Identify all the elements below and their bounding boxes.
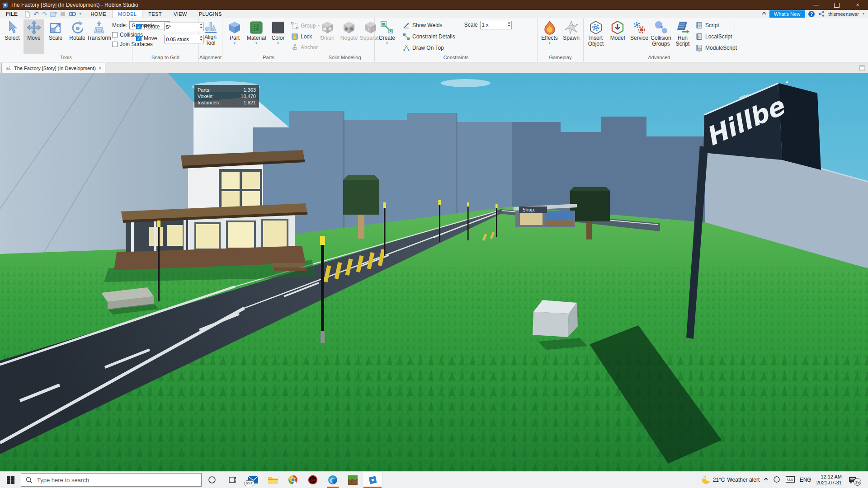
tab-home[interactable]: HOME <box>85 10 112 18</box>
color-button[interactable]: Color ▾ <box>268 19 288 54</box>
move-tool-button[interactable]: Move <box>24 19 44 54</box>
ribbon-section-gameplay: Effects ▾ Spawn Gameplay <box>538 18 584 62</box>
clock-time: 12:12 AM <box>821 474 842 480</box>
create-caret-icon[interactable]: ▾ <box>386 42 388 45</box>
tab-test[interactable]: TEST <box>142 10 168 18</box>
touch-keyboard-icon[interactable] <box>786 476 795 484</box>
module-script-button[interactable]: ModuleScript <box>696 43 737 52</box>
tab-view[interactable]: VIEW <box>168 10 193 18</box>
script-button[interactable]: Script <box>696 21 737 30</box>
document-tab[interactable]: The Factory [Story] (In Development) × <box>1 63 105 73</box>
effects-button[interactable]: Effects ▾ <box>539 19 560 54</box>
notification-count-badge: 19 <box>854 478 861 486</box>
red-circle-app-icon <box>308 475 318 485</box>
start-button[interactable] <box>0 472 21 488</box>
part-button[interactable]: Part ▾ <box>224 19 245 54</box>
section-label-snap: Snap to Grid <box>132 54 198 62</box>
clock-date: 2021-07-31 <box>816 480 842 486</box>
collisions-checkbox[interactable] <box>112 32 118 38</box>
snap-move-row[interactable]: ✓Move <box>136 34 160 42</box>
union-button[interactable]: Union <box>317 19 338 54</box>
taskbar-search[interactable] <box>21 473 202 487</box>
new-file-icon[interactable] <box>24 11 30 18</box>
close-button[interactable]: × <box>847 0 868 10</box>
share-icon[interactable] <box>818 11 825 18</box>
quickbar-more-icon[interactable]: ▾ <box>79 12 81 16</box>
tab-model[interactable]: MODEL <box>112 10 142 18</box>
show-welds-button[interactable]: Show Welds <box>403 21 455 30</box>
username[interactable]: thismeenswar <box>828 11 859 17</box>
spinner-arrows-icon[interactable] <box>200 23 203 28</box>
cortana-button[interactable] <box>202 472 222 488</box>
viewport[interactable]: Shop. Hillbe Parts <box>0 73 868 471</box>
negate-button[interactable]: Negate <box>339 19 359 54</box>
place-icon <box>5 66 11 71</box>
ribbon: Select Move Scale Rotate Transform <box>0 18 868 62</box>
taskbar-app-roblox-studio[interactable] <box>363 472 382 488</box>
language-indicator[interactable]: ENG <box>800 477 811 483</box>
select-tool-button[interactable]: Select <box>2 19 23 54</box>
collapse-ribbon-icon[interactable]: ^ <box>762 11 766 17</box>
user-menu-caret-icon[interactable]: ▾ <box>863 12 864 16</box>
3d-scene[interactable]: Shop. Hillbe <box>0 73 868 471</box>
clock[interactable]: 12:12 AM 2021-07-31 <box>816 474 842 486</box>
taskbar-app-edge[interactable] <box>323 472 343 488</box>
ribbon-section-tools: Select Move Scale Rotate Transform <box>0 18 132 62</box>
maximize-button[interactable] <box>826 0 847 10</box>
material-caret-icon[interactable]: ▾ <box>255 42 257 45</box>
run-script-button[interactable]: Run Script <box>672 19 693 54</box>
service-button[interactable]: Service <box>629 19 650 54</box>
weather-widget[interactable]: 21°C Weather alert <box>700 475 760 485</box>
snap-move-input[interactable]: 0.05 studs <box>164 35 204 43</box>
taskbar-app-chrome[interactable] <box>283 472 303 488</box>
rotate-tool-button[interactable]: Rotate <box>67 19 88 54</box>
meet-now-icon[interactable] <box>773 476 781 484</box>
negate-icon <box>342 20 356 35</box>
snap-rotate-row[interactable]: ✓Rotate <box>136 23 160 31</box>
undo-icon[interactable]: ↶ <box>33 10 39 18</box>
taskbar-app-red[interactable] <box>303 472 323 488</box>
snap-move-checkbox[interactable]: ✓ <box>136 36 142 41</box>
taskbar-app-minecraft[interactable] <box>343 472 363 488</box>
redo-icon[interactable]: ↷ <box>42 10 47 18</box>
publish-icon[interactable] <box>50 11 57 17</box>
tab-plugins[interactable]: PLUGINS <box>193 10 228 18</box>
shop-stall[interactable]: Shop. <box>514 204 577 227</box>
snap-rotate-input[interactable]: 5° <box>164 23 204 31</box>
material-button[interactable]: Material ▾ <box>246 19 267 54</box>
spawn-button[interactable]: Spawn <box>561 19 582 54</box>
mode-label: Mode: <box>112 22 127 28</box>
collision-groups-button[interactable]: Collision Groups <box>651 19 671 54</box>
roblox-studio-icon <box>368 475 377 485</box>
find-icon[interactable] <box>69 11 76 17</box>
model-button[interactable]: Model <box>607 19 628 54</box>
color-caret-icon[interactable]: ▾ <box>277 42 279 45</box>
whats-new-button[interactable]: What's New <box>769 10 805 18</box>
help-icon[interactable]: ? <box>808 11 815 17</box>
transform-tool-button[interactable]: Transform <box>89 19 109 54</box>
snap-rotate-checkbox[interactable]: ✓ <box>136 24 142 29</box>
constraint-scale-input[interactable]: 1 x <box>480 21 512 29</box>
document-tab-close-icon[interactable]: × <box>99 66 101 71</box>
taskbar-app-explorer[interactable] <box>263 472 283 488</box>
task-view-button[interactable] <box>222 472 243 488</box>
spinner-arrows-icon[interactable] <box>200 36 203 41</box>
join-surfaces-checkbox[interactable] <box>112 42 118 47</box>
tray-overflow-icon[interactable]: ^ <box>764 477 768 483</box>
effects-caret-icon[interactable]: ▾ <box>548 42 550 45</box>
minimize-button[interactable]: — <box>806 0 826 10</box>
part-caret-icon[interactable]: ▾ <box>234 42 236 45</box>
search-input[interactable] <box>36 476 174 484</box>
stop-icon[interactable] <box>60 11 66 17</box>
insert-object-button[interactable]: Insert Object <box>585 19 606 54</box>
create-constraint-button[interactable]: Create ▾ <box>377 19 397 54</box>
taskbar-app-mail[interactable]: 99+ <box>243 472 263 488</box>
panel-options-icon[interactable] <box>859 64 865 72</box>
draw-on-top-button[interactable]: Draw On Top <box>403 43 455 52</box>
scale-tool-button[interactable]: Scale <box>45 19 66 54</box>
file-menu[interactable]: FILE <box>0 11 24 17</box>
spinner-arrows-icon[interactable] <box>508 22 510 27</box>
local-script-button[interactable]: LocalScript <box>696 32 737 41</box>
constraint-details-button[interactable]: Constraint Details <box>403 32 455 41</box>
notification-center-button[interactable]: 19 <box>847 474 859 485</box>
